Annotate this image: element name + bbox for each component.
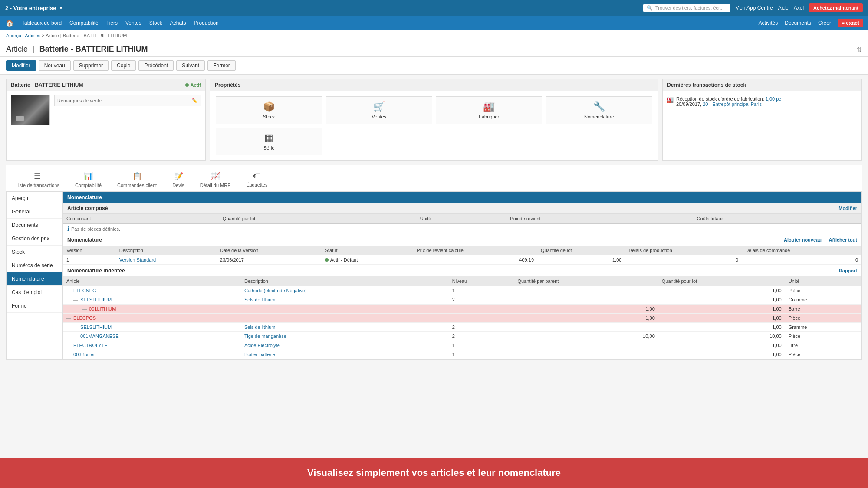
search-icon: 🔍 (647, 5, 653, 11)
comptabilite-icon: 📊 (83, 171, 93, 181)
menu-apercu[interactable]: Aperçu (7, 192, 62, 205)
desc-link[interactable]: Tige de manganèse (244, 334, 286, 339)
transaction-location-link[interactable]: 20 - Entrepôt principal Paris (703, 102, 762, 107)
row-level: 2 (449, 332, 514, 341)
nav-documents[interactable]: Documents (785, 20, 811, 26)
prop-serie[interactable]: ▦ Série (216, 128, 322, 155)
row-qte-lot: 1,00 (658, 350, 785, 359)
exact-logo: = exact (838, 19, 863, 27)
tab-comptabilite[interactable]: 📊 Comptabilité (72, 169, 105, 191)
row-qte-parent (514, 341, 658, 350)
tab-etiquettes[interactable]: 🏷 Étiquettes (243, 169, 271, 191)
row-qte-lot: 1,00 (658, 286, 785, 295)
remarks-input[interactable]: Remarques de vente ✏️ (54, 95, 201, 106)
tab-mrp-label: Détail du MRP (200, 183, 231, 188)
nouveau-button[interactable]: Nouveau (39, 60, 71, 71)
afficher-tout-link[interactable]: Afficher tout (829, 237, 857, 242)
article-link[interactable]: ELECPOS (73, 315, 96, 321)
transaction-item: 🏭 Réception de stock d'ordre de fabricat… (666, 95, 858, 108)
menu-cas-emploi[interactable]: Cas d'emploi (7, 286, 62, 299)
nav-production[interactable]: Production (194, 17, 218, 29)
prop-stock[interactable]: 📦 Stock (216, 96, 322, 124)
tab-detail-mrp[interactable]: 📈 Détail du MRP (197, 169, 234, 191)
row-qte-lot: 1,00 (658, 314, 785, 323)
tabs-bar: ☰ Liste de transactions 📊 Comptabilité 📋… (6, 165, 862, 192)
row-qte-parent (514, 323, 658, 332)
transaction-value-link[interactable]: 1,00 pc (766, 96, 781, 102)
col-qte-lot: Quantité par lot (219, 214, 417, 224)
row-level: 1 (449, 341, 514, 350)
nom-table-header: Version Description Date de la version S… (63, 246, 861, 255)
nom-version-row: 1 Version Standard 23/06/2017 Actif - Dé… (63, 255, 861, 265)
nav-stock[interactable]: Stock (149, 17, 162, 29)
transaction-date: 20/09/2017, (676, 102, 703, 107)
tab-liste-transactions[interactable]: ☰ Liste de transactions (12, 169, 63, 191)
aide-link[interactable]: Aide (778, 5, 789, 11)
proprietes-content: 📦 Stock 🛒 Ventes 🏭 Fabriquer 🔧 Nomenclat… (210, 91, 658, 160)
precedent-button[interactable]: Précédent (138, 60, 174, 71)
modifier-link[interactable]: Modifier (838, 206, 857, 211)
desc-link[interactable]: Boitier batterie (244, 352, 275, 357)
suivant-button[interactable]: Suivant (176, 60, 205, 71)
desc-link[interactable]: Sels de lithium (244, 324, 276, 330)
article-link[interactable]: ELECTROLYTE (73, 343, 108, 348)
menu-numeros-serie[interactable]: Numéros de série (7, 259, 62, 272)
nav-tiers[interactable]: Tiers (106, 17, 118, 29)
rapport-link[interactable]: Rapport (839, 268, 857, 273)
menu-nomenclature[interactable]: Nomenclature (7, 272, 62, 286)
fabriquer-label: Fabriquer (479, 114, 499, 119)
menu-documents[interactable]: Documents (7, 219, 62, 232)
tab-commandes-client[interactable]: 📋 Commandes client (114, 169, 160, 191)
nav-ventes[interactable]: Ventes (125, 17, 141, 29)
nomenclature-links: Ajouter nouveau | Afficher tout (784, 237, 857, 243)
supprimer-button[interactable]: Supprimer (73, 60, 108, 71)
article-link[interactable]: SELSLITHIUM (80, 297, 112, 302)
mon-app-centre-link[interactable]: Mon App Centre (735, 5, 773, 11)
nav-comptabilite[interactable]: Comptabilité (69, 17, 99, 29)
achetez-button[interactable]: Achetez maintenant (809, 3, 863, 12)
nav-creer[interactable]: Créer (818, 20, 831, 26)
menu-gestion-prix[interactable]: Gestion des prix (7, 232, 62, 246)
prop-ventes[interactable]: 🛒 Ventes (326, 96, 433, 124)
article-link[interactable]: ELECNEG (73, 288, 96, 293)
company-selector[interactable]: 2 - Votre entreprise ▼ (5, 5, 63, 11)
fermer-button[interactable]: Fermer (207, 60, 236, 71)
proprietes-panel: Propriétés 📦 Stock 🛒 Ventes 🏭 Fabriquer … (210, 79, 658, 161)
article-link[interactable]: 001LITHIUM (89, 306, 116, 311)
prop-nomenclature[interactable]: 🔧 Nomenclature (546, 96, 653, 124)
menu-general[interactable]: Général (7, 205, 62, 219)
edit-icon[interactable]: ✏️ (192, 98, 198, 104)
desc-link[interactable]: Sels de lithium (244, 297, 276, 302)
article-link[interactable]: SELSLITHIUM (80, 324, 112, 330)
indented-header-row: Article Description Niveau Quantité par … (63, 276, 861, 286)
nav-tableaux-de-bord[interactable]: Tableaux de bord (22, 17, 62, 29)
copie-button[interactable]: Copie (111, 60, 136, 71)
nav-achats[interactable]: Achats (170, 17, 186, 29)
article-link[interactable]: 003Boitier (73, 352, 95, 357)
row-level: 1 (449, 350, 514, 359)
global-search[interactable]: 🔍 Trouver des tiers, factures, écr... (643, 4, 730, 12)
article-link[interactable]: 001MANGANESE (80, 334, 119, 339)
home-icon[interactable]: 🏠 (5, 19, 14, 27)
breadcrumb-apercu[interactable]: Aperçu (6, 33, 21, 38)
transactions-header: Dernières transactions de stock (663, 79, 861, 91)
sort-icon[interactable]: ⇅ (857, 46, 862, 53)
row-desc (241, 305, 449, 314)
nav-activites[interactable]: Activités (759, 20, 778, 26)
desc-link[interactable]: Acide Electrolyte (244, 343, 280, 348)
version-link[interactable]: Version Standard (119, 257, 156, 262)
actif-badge: Actif (185, 82, 201, 88)
version-date: 23/06/2017 (217, 255, 322, 265)
row-qte-parent: 1,00 (514, 314, 658, 323)
breadcrumb-articles[interactable]: Articles (25, 33, 40, 38)
ajouter-nouveau-link[interactable]: Ajouter nouveau (784, 237, 822, 242)
devis-icon: 📝 (174, 171, 183, 181)
modifier-button[interactable]: Modifier (6, 60, 36, 71)
nav-bar-left: 🏠 Tableaux de bord Comptabilité Tiers Ve… (5, 17, 219, 29)
menu-stock[interactable]: Stock (7, 246, 62, 259)
menu-forme[interactable]: Forme (7, 299, 62, 313)
row-desc: Boitier batterie (241, 350, 449, 359)
tab-devis[interactable]: 📝 Devis (169, 169, 188, 191)
desc-link[interactable]: Cathode (electrode Négative) (244, 288, 307, 293)
prop-fabriquer[interactable]: 🏭 Fabriquer (436, 96, 542, 124)
